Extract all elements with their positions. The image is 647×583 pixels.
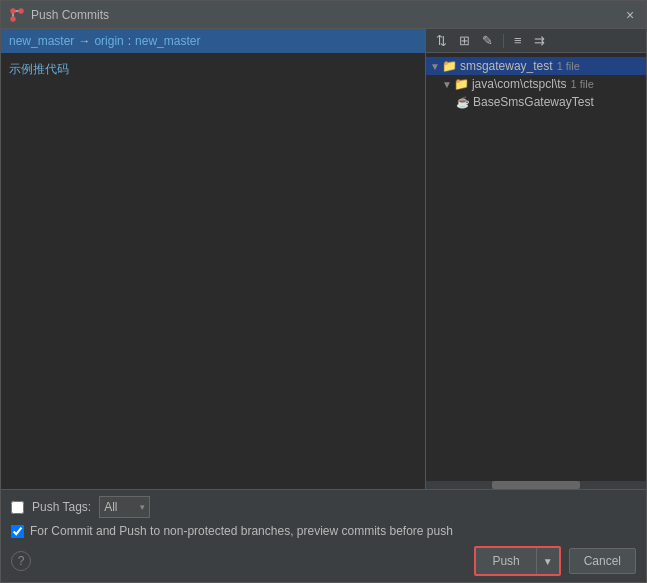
- tree-badge-root: 1 file: [557, 60, 580, 72]
- target-branch-link[interactable]: new_master: [135, 34, 200, 48]
- push-tags-select-wrapper: All None: [99, 496, 150, 518]
- tree-arrow-sub: ▼: [442, 79, 452, 90]
- toolbar-expand-button[interactable]: ⇉: [530, 32, 549, 49]
- push-button[interactable]: Push: [476, 548, 536, 574]
- folder-icon-sub: 📁: [454, 77, 469, 91]
- tree-item-file[interactable]: ☕ BaseSmsGatewayTest: [426, 93, 646, 111]
- horizontal-scrollbar[interactable]: [426, 481, 646, 489]
- push-button-container: Push ▼: [474, 546, 560, 576]
- title-bar: Push Commits ×: [1, 1, 646, 29]
- push-dropdown-button[interactable]: ▼: [537, 548, 559, 574]
- file-tree: ▼ 📁 smsgateway_test 1 file ▼ 📁 java\com\…: [426, 53, 646, 481]
- branch-separator: :: [128, 34, 131, 48]
- svg-point-2: [11, 16, 16, 21]
- toolbar-grid-button[interactable]: ⊞: [455, 32, 474, 49]
- preview-checkbox-label: For Commit and Push to non-protected bra…: [30, 524, 453, 538]
- scrollbar-thumb: [492, 481, 580, 489]
- tree-arrow: ▼: [430, 61, 440, 72]
- preview-checkbox-row: For Commit and Push to non-protected bra…: [11, 524, 636, 538]
- push-tags-label: Push Tags:: [32, 500, 91, 514]
- commit-list: 示例推代码: [1, 53, 425, 489]
- folder-icon: 📁: [442, 59, 457, 73]
- tree-item-root[interactable]: ▼ 📁 smsgateway_test 1 file: [426, 57, 646, 75]
- toolbar-divider: [503, 34, 504, 48]
- help-button[interactable]: ?: [11, 551, 31, 571]
- tree-badge-subfolder: 1 file: [571, 78, 594, 90]
- source-branch-link[interactable]: new_master: [9, 34, 74, 48]
- git-icon: [9, 7, 25, 23]
- file-icon: ☕: [456, 96, 470, 109]
- push-tags-row: Push Tags: All None: [11, 496, 636, 518]
- push-tags-checkbox-container: [11, 501, 24, 514]
- commit-item[interactable]: 示例推代码: [9, 59, 417, 80]
- right-toolbar: ⇅ ⊞ ✎ ≡ ⇉: [426, 29, 646, 53]
- button-row: ? Push ▼ Cancel: [11, 546, 636, 576]
- push-commits-dialog: Push Commits × new_master → origin : new…: [0, 0, 647, 583]
- push-tags-checkbox[interactable]: [11, 501, 24, 514]
- content-area: new_master → origin : new_master 示例推代码 ⇅…: [1, 29, 646, 489]
- tree-label-subfolder: java\com\ctspcl\ts: [472, 77, 567, 91]
- svg-point-1: [19, 8, 24, 13]
- right-panel: ⇅ ⊞ ✎ ≡ ⇉ ▼ 📁 smsgateway_test 1 file ▼: [426, 29, 646, 489]
- cancel-button[interactable]: Cancel: [569, 548, 636, 574]
- title-text: Push Commits: [31, 8, 109, 22]
- remote-label: origin: [94, 34, 123, 48]
- left-panel: new_master → origin : new_master 示例推代码: [1, 29, 426, 489]
- button-group: Push ▼ Cancel: [474, 546, 636, 576]
- toolbar-edit-button[interactable]: ✎: [478, 32, 497, 49]
- tree-label-root: smsgateway_test: [460, 59, 553, 73]
- close-button[interactable]: ×: [622, 7, 638, 23]
- preview-checkbox[interactable]: [11, 525, 24, 538]
- tree-item-subfolder[interactable]: ▼ 📁 java\com\ctspcl\ts 1 file: [426, 75, 646, 93]
- toolbar-sort-button[interactable]: ⇅: [432, 32, 451, 49]
- bottom-area: Push Tags: All None For Commit and Push …: [1, 489, 646, 582]
- tree-label-file: BaseSmsGatewayTest: [473, 95, 594, 109]
- branch-bar: new_master → origin : new_master: [1, 29, 425, 53]
- toolbar-list-button[interactable]: ≡: [510, 32, 526, 49]
- push-tags-select[interactable]: All None: [99, 496, 150, 518]
- branch-arrow: →: [78, 34, 90, 48]
- title-bar-left: Push Commits: [9, 7, 109, 23]
- svg-point-0: [11, 8, 16, 13]
